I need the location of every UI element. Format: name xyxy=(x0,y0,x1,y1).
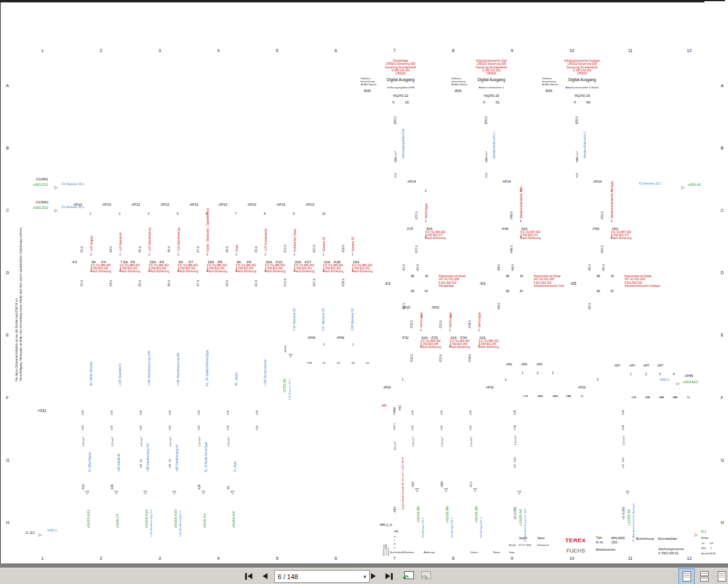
fuse-pin: 1 xyxy=(206,253,208,256)
grid-row-label: C xyxy=(721,208,724,212)
border-terminal-label: -X25 xyxy=(169,405,172,416)
circuit-label: +UB Standlicht xyxy=(119,295,122,386)
fuse-part-number: Flach-Sicherung xyxy=(479,346,499,349)
device-name: -B35 xyxy=(454,89,462,93)
output-title: Digital Ausgang xyxy=(380,78,421,82)
previous-view-icon: ↶ xyxy=(403,571,414,581)
first-page-button[interactable] xyxy=(241,569,256,583)
revision-header: Datum xyxy=(470,551,477,554)
bus-label: F1 Klemme 15.1 xyxy=(639,182,661,185)
arrow-down-icon: ▽ xyxy=(289,353,292,358)
connector-pin: 64 xyxy=(366,362,369,365)
grid-column-label: 7 xyxy=(393,48,396,53)
circuit-label: +UB Standheizung 9-2 xyxy=(179,495,182,537)
terminal-label: -XP24 xyxy=(407,180,416,184)
relay-pin: 85 xyxy=(597,290,600,293)
connector-pin: 63 xyxy=(352,362,355,365)
titleblock-label: Bearb. xyxy=(509,544,516,546)
fuse-pin: 1 xyxy=(148,253,150,256)
terminal-label: -XP26 xyxy=(485,386,494,389)
circuit-label: +UB Standheizung 15-2 xyxy=(150,495,153,537)
fuse-terminal-label: -F50:X xyxy=(602,208,605,220)
fuse-terminal-label: -F3:X xyxy=(81,275,84,287)
previous-page-button[interactable] xyxy=(257,569,272,583)
cross-reference: +02/18.B8 xyxy=(416,493,420,523)
output-pin-number: 51 xyxy=(496,100,500,104)
fuse-terminal-label: -F28:X xyxy=(343,275,346,287)
grid-row-label: A xyxy=(721,84,724,88)
relay-terminal-label: -K3:X xyxy=(417,259,420,271)
layout-facing-button[interactable] xyxy=(713,568,728,584)
titleblock-value: MHL340D xyxy=(611,537,625,540)
bus-ref: -X12Mb1 xyxy=(35,201,48,205)
last-page-button[interactable] xyxy=(381,569,396,583)
border-terminal-label: -X25 xyxy=(227,405,230,416)
grid-column-label: 10 xyxy=(569,48,574,53)
cross-reference: +03/3.E10 xyxy=(683,381,698,384)
fuse-terminal-label: -F34:X xyxy=(469,317,472,329)
circuit-label: Verflüssiger M2.2 xyxy=(451,493,454,538)
output-function: Arbeitsscheinwerfer 1 xyxy=(471,87,512,90)
fuse-name: -F37 xyxy=(406,227,413,231)
frame-line xyxy=(0,2,704,2)
connector-label: -X38 xyxy=(658,396,664,399)
fuse-terminal-label: -F5:X xyxy=(139,241,142,253)
border-terminal-label: -X25 xyxy=(470,405,473,416)
next-view-button[interactable]: ↷ xyxy=(418,569,433,583)
grid-column-label: 8 xyxy=(452,556,454,560)
page-number-field[interactable]: 6 / 148 ▾ xyxy=(274,570,370,583)
bus-ref: +03/1.D12 xyxy=(33,206,48,210)
titleblock-label: Anzahl xyxy=(701,553,709,555)
relay-terminal-label: -K4:X xyxy=(512,259,515,271)
fuse-terminal-label: -F33:X xyxy=(440,350,443,363)
titleblock-label: Ort xyxy=(701,542,704,545)
terminal-label: -XP23 xyxy=(102,203,111,207)
relay-pin: 30 xyxy=(520,275,523,278)
fuse-function-label: Verflüssiger xyxy=(478,290,481,327)
fuse-terminal-label: -F7:X xyxy=(197,275,200,287)
connector-label: -X38 xyxy=(631,396,636,399)
titleblock-label: Type xyxy=(596,537,602,540)
fuse-part-number: Flach-Sicherung xyxy=(149,271,169,274)
previous-view-button[interactable]: ↶ xyxy=(401,569,416,583)
grid-row-label: B xyxy=(6,146,9,150)
connector-label: -X38 xyxy=(672,396,677,399)
circuit-label: +UB Standheizung 9A xyxy=(177,295,180,386)
relay-name: -K5 xyxy=(570,282,576,286)
fuse-pin: 1 xyxy=(177,253,179,256)
wire-function-label: 30-UBat-Display xyxy=(89,424,92,472)
fuse-name: -F50 xyxy=(592,227,599,231)
output-address: %QX0.22 xyxy=(380,94,421,97)
grid-column-label: 4 xyxy=(217,48,220,53)
relay-pin: 86 xyxy=(411,275,415,278)
fuse-part-number: Flach-Sicherung xyxy=(425,237,445,240)
grid-row-label: H xyxy=(6,520,9,525)
relay-part-text: Klimaanlage xyxy=(439,285,454,288)
first-page-icon xyxy=(248,573,252,579)
grid-column-label: 11 xyxy=(628,556,632,560)
next-page-button[interactable] xyxy=(366,569,381,583)
fuse-function-label: +UB Standlicht xyxy=(119,214,122,252)
fuse-terminal-label: -F37:X xyxy=(416,241,419,254)
grid-row-label: D xyxy=(721,271,724,275)
grid-column-label: 6 xyxy=(335,556,337,560)
fuse-function-label: Hupe xyxy=(235,214,238,252)
grid-column-label: 8 xyxy=(452,48,454,53)
terminal-pin: 3 xyxy=(659,373,661,376)
arrow-right-icon: ▷ xyxy=(54,208,57,212)
terminal-label: -XP26 xyxy=(382,386,391,389)
grid-row-label: H xyxy=(721,520,724,525)
grid-column-label: 4 xyxy=(217,556,220,560)
fuse-part-number: Flach-Sicherung xyxy=(120,271,140,274)
connector-label: -X38 xyxy=(565,395,571,398)
terminal-label: -XP7 xyxy=(657,364,663,367)
layout-continuous-button[interactable] xyxy=(696,568,712,584)
layout-single-page-button[interactable] xyxy=(678,568,695,584)
fuse-function-label: +UB Scheinwerfer xyxy=(264,214,267,252)
output-side-note: A1/A12 Master xyxy=(361,84,376,86)
circuit-label: Verflüssiger M1.3 xyxy=(480,493,483,538)
terminal-label: -XP26 xyxy=(577,386,586,389)
cross-reference: +03/18.A10 xyxy=(145,495,148,528)
fuse-pin: 1 xyxy=(478,329,480,332)
fuse-pin: 1 xyxy=(520,220,522,223)
